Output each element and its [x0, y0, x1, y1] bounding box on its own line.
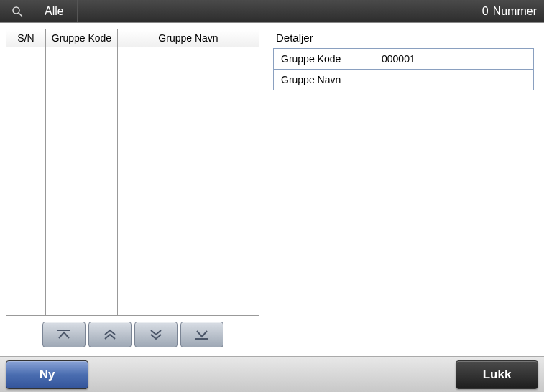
close-button[interactable]: Lukk	[456, 360, 538, 389]
new-button[interactable]: Ny	[6, 360, 88, 389]
detail-label-navn: Gruppe Navn	[274, 70, 374, 90]
col-header-sn[interactable]: S/N	[6, 29, 46, 47]
col-header-kode[interactable]: Gruppe Kode	[46, 29, 118, 47]
go-last-icon	[194, 329, 210, 340]
detail-value-kode[interactable]: 000001	[374, 49, 534, 70]
list-panel: S/N Gruppe Kode Gruppe Navn	[6, 29, 264, 350]
main-content: S/N Gruppe Kode Gruppe Navn	[0, 23, 544, 356]
details-title: Detaljer	[273, 29, 534, 48]
go-first-icon	[56, 329, 72, 340]
count-suffix: Nummer	[493, 5, 544, 18]
details-panel: Detaljer Gruppe Kode 000001 Gruppe Navn	[270, 29, 538, 350]
svg-line-1	[19, 13, 22, 17]
grid-body[interactable]	[6, 47, 259, 315]
detail-row-navn: Gruppe Navn	[274, 70, 534, 90]
grid-nav-buttons	[6, 316, 259, 347]
col-header-navn[interactable]: Gruppe Navn	[118, 29, 259, 47]
detail-row-kode: Gruppe Kode 000001	[274, 49, 534, 70]
group-grid[interactable]: S/N Gruppe Kode Gruppe Navn	[6, 29, 259, 316]
chevron-down-double-icon	[148, 329, 164, 340]
details-table: Gruppe Kode 000001 Gruppe Navn	[273, 48, 534, 90]
svg-point-0	[13, 7, 19, 14]
detail-value-navn[interactable]	[374, 70, 534, 90]
nav-up-button[interactable]	[88, 322, 132, 347]
search-icon	[11, 5, 24, 18]
bottom-toolbar: Ny Lukk	[0, 356, 544, 392]
search-button[interactable]	[0, 0, 34, 22]
detail-label-kode: Gruppe Kode	[274, 49, 374, 70]
nav-last-button[interactable]	[180, 322, 223, 347]
nav-down-button[interactable]	[134, 322, 178, 347]
grid-header: S/N Gruppe Kode Gruppe Navn	[6, 29, 259, 47]
record-count: 0	[78, 5, 493, 18]
chevron-up-double-icon	[102, 329, 118, 340]
top-filter-bar: Alle 0 Nummer	[0, 0, 544, 23]
filter-dropdown[interactable]: Alle	[34, 0, 78, 22]
nav-first-button[interactable]	[42, 322, 86, 347]
